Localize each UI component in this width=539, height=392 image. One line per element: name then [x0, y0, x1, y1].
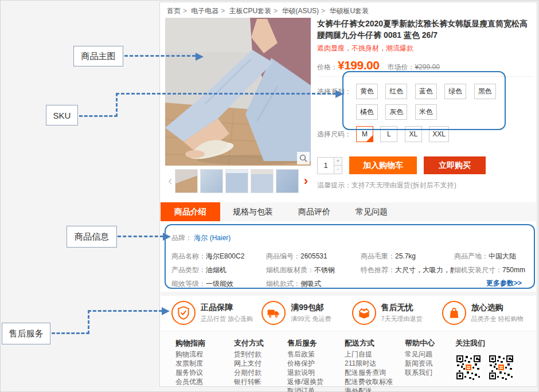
series-label: 选择系列： — [317, 84, 353, 125]
site-footer: 购物指南 购物流程 发票制度 服务协议 会员优惠 支付方式 货到付款 网上支付 … — [161, 331, 536, 386]
footer-link[interactable]: 联系我们 — [405, 369, 435, 376]
footer-link[interactable]: 价格保护 — [287, 360, 323, 367]
tab-product-intro[interactable]: 商品介绍 — [161, 202, 220, 221]
arrowhead-icon — [335, 90, 343, 98]
footer-link[interactable]: 分期付款 — [234, 369, 264, 376]
series-option-beige[interactable]: 米色 — [415, 104, 437, 120]
series-option-yellow[interactable]: 黄色 — [356, 84, 378, 99]
footer-link[interactable]: 配送服务查询 — [345, 369, 393, 376]
footer-link[interactable]: 常见问题 — [405, 351, 435, 358]
product-page: 首页> 电子电器> 主板CPU套装> 华硕(ASUS)> 华硕板U套装 — [159, 2, 537, 387]
footer-link[interactable]: 211限时达 — [345, 360, 393, 367]
brand-label: 品牌： — [171, 234, 192, 242]
quantity-increase-button[interactable]: + — [334, 157, 342, 166]
tab-faq[interactable]: 常见问题 — [343, 202, 400, 221]
footer-link[interactable]: 海外配送 — [345, 387, 393, 392]
more-params-link[interactable]: 更多参数>> — [486, 279, 522, 288]
footer-heading: 购物指南 — [175, 338, 205, 348]
footer-link[interactable]: 新闻资讯 — [405, 360, 435, 367]
arrowhead-icon — [162, 307, 170, 315]
qr-code-1 — [455, 354, 482, 381]
thumbnail-2[interactable] — [200, 169, 223, 193]
brand-link[interactable]: 海尔 (Haier) — [194, 234, 231, 242]
footer-link[interactable]: 退款说明 — [287, 369, 323, 376]
tab-reviews[interactable]: 商品评价 — [286, 202, 343, 221]
thumbs-next-button[interactable]: › — [301, 169, 311, 193]
thumbnail-5[interactable] — [276, 169, 299, 193]
thumbnail-strip: ‹ › — [165, 169, 311, 193]
footer-link[interactable]: 银行转帐 — [234, 378, 264, 385]
annotation-arrow-line — [116, 93, 336, 95]
arrowhead-icon — [196, 53, 204, 61]
footer-link[interactable]: 上门自提 — [345, 351, 393, 358]
breadcrumb-home[interactable]: 首页 — [167, 7, 181, 15]
footer-link[interactable]: 货到付款 — [234, 351, 264, 358]
footer-link[interactable]: 售后政策 — [287, 351, 323, 358]
breadcrumb-category-3[interactable]: 华硕(ASUS) — [282, 7, 319, 15]
footer-link[interactable]: 返修/退换货 — [287, 378, 323, 385]
service-subtitle: 7天无理由退货 — [381, 315, 423, 323]
market-price-label: 市场价： — [387, 62, 415, 72]
service-subtitle: 正品行货 放心选购 — [201, 315, 253, 323]
series-option-orange[interactable]: 橘色 — [356, 104, 378, 120]
size-option-xl[interactable]: XL — [405, 126, 422, 142]
add-to-cart-button[interactable]: 加入购物车 — [349, 156, 417, 174]
service-authentic: 正品保障 正品行货 放心选购 — [171, 298, 261, 328]
annotation-sku: SKU — [46, 105, 78, 126]
series-option-black[interactable]: 黑色 — [474, 84, 496, 99]
footer-link[interactable]: 配送费收取标准 — [345, 378, 393, 385]
spec-item: 烟机款式：侧吸式 — [266, 279, 361, 289]
footer-link[interactable]: 服务协议 — [175, 369, 205, 376]
size-label: 选择尺码： — [317, 126, 353, 142]
footer-link[interactable]: 会员优惠 — [175, 378, 205, 385]
footer-link[interactable]: 发票制度 — [175, 360, 205, 367]
footer-col-delivery: 配送方式 上门自提 211限时达 配送服务查询 配送费收取标准 海外配送 — [345, 338, 393, 392]
thumbnail-4[interactable] — [251, 169, 274, 193]
breadcrumb: 首页> 电子电器> 主板CPU套装> 华硕(ASUS)> 华硕板U套装 — [167, 6, 371, 16]
spec-item: 烟机安装尺寸：750mm±50mm（烟... — [454, 265, 525, 275]
thumbs-prev-button[interactable]: ‹ — [165, 169, 175, 193]
buy-now-button[interactable]: 立即购买 — [424, 156, 486, 174]
magnifier-icon[interactable] — [297, 152, 310, 164]
series-option-blue[interactable]: 蓝色 — [415, 84, 437, 99]
service-title: 满99包邮 — [291, 303, 331, 313]
breadcrumb-category-1[interactable]: 电子电器 — [191, 7, 218, 15]
quantity-input[interactable]: 1 — [317, 157, 334, 174]
model-photo — [165, 18, 311, 166]
service-after-sales: 售后无忧 7天无理由退货 — [352, 298, 442, 328]
product-info-panel: 品牌： 海尔 (Haier) 商品名称：海尔E800C2 商品编号：260553… — [165, 225, 532, 289]
series-option-gray[interactable]: 灰色 — [385, 104, 407, 120]
footer-link[interactable]: 取消订单 — [287, 387, 323, 392]
breadcrumb-category-2[interactable]: 主板CPU套装 — [229, 7, 271, 15]
section-divider — [161, 292, 536, 296]
product-main-image[interactable] — [165, 18, 311, 166]
footer-link[interactable]: 购物流程 — [175, 351, 205, 358]
spec-item: 能效等级：一级能效 — [171, 279, 266, 289]
tab-spec-packaging[interactable]: 规格与包装 — [220, 202, 286, 221]
product-title: 女裤牛仔裤女2020夏季新款泫雅长裤女韩版显瘦直筒宽松高腰阔腿九分牛仔裤 008… — [317, 18, 532, 41]
thumbnail-3[interactable] — [225, 169, 248, 193]
truck-icon — [261, 301, 286, 325]
size-option-m[interactable]: M — [356, 126, 373, 142]
size-option-l[interactable]: L — [380, 126, 397, 142]
service-title: 正品保障 — [201, 303, 253, 313]
spec-item: 产品类型：油烟机 — [171, 265, 266, 275]
spec-item: 商品名称：海尔E800C2 — [171, 252, 266, 261]
open-box-icon — [352, 301, 376, 325]
thumbnail-1[interactable] — [175, 169, 198, 193]
qr-code-2 — [488, 354, 514, 381]
price-row: 价格： ¥199.00 市场价： ¥299.00 — [317, 58, 532, 77]
series-option-red[interactable]: 红色 — [385, 84, 407, 99]
return-policy-tip: 温馨提示：支持7天无理由退货(拆封后不支持) — [317, 181, 532, 190]
footer-link[interactable]: 网上支付 — [234, 360, 264, 367]
footer-heading: 售后服务 — [287, 338, 323, 348]
annotation-arrow-line — [52, 332, 89, 334]
size-option-xxl[interactable]: XXL — [429, 126, 449, 142]
price-value: ¥199.00 — [338, 58, 379, 72]
annotation-arrow-line — [124, 55, 196, 57]
footer-col-after-sales: 售后服务 售后政策 价格保护 退款说明 返修/退换货 取消订单 — [287, 338, 323, 392]
quantity-decrease-button[interactable]: - — [334, 165, 342, 174]
product-summary: 女裤牛仔裤女2020夏季新款泫雅长裤女韩版显瘦直筒宽松高腰阔腿九分牛仔裤 008… — [317, 18, 532, 190]
series-option-green[interactable]: 绿色 — [444, 84, 466, 99]
breadcrumb-current: 华硕板U套装 — [329, 7, 369, 15]
